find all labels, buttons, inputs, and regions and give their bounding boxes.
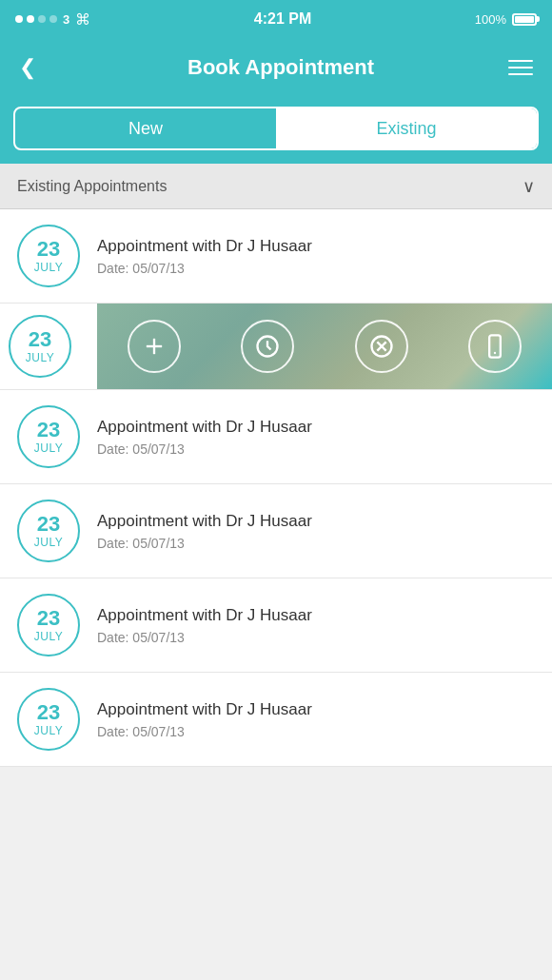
battery-percent: 100% bbox=[475, 12, 506, 27]
appointment-item[interactable]: 23 JULY Appointment with Dr J Husaar Dat… bbox=[0, 673, 552, 767]
appointment-item[interactable]: 23 JULY Appointment with Dr J Husaar Dat… bbox=[0, 578, 552, 673]
appointment-date: Date: 05/07/13 bbox=[97, 724, 535, 739]
dot-1 bbox=[15, 15, 23, 23]
date-day: 23 bbox=[37, 238, 60, 261]
battery-icon bbox=[512, 13, 537, 26]
status-bar: 3 ⌘ 4:21 PM 100% bbox=[0, 0, 552, 38]
appointment-info: Appointment with Dr J Husaar Date: 05/07… bbox=[97, 606, 535, 645]
section-header-label: Existing Appointments bbox=[17, 178, 167, 195]
appointment-item-swiped: 23 JULY bbox=[0, 304, 552, 390]
back-button[interactable]: ❮ bbox=[19, 55, 57, 80]
appointment-title: Appointment with Dr J Husaar bbox=[97, 606, 535, 625]
date-day: 23 bbox=[37, 701, 60, 724]
appointment-info: Appointment with Dr J Husaar Date: 05/07… bbox=[97, 512, 535, 551]
appointment-date: Date: 05/07/13 bbox=[97, 630, 535, 645]
date-day: 23 bbox=[37, 607, 60, 630]
svg-point-8 bbox=[494, 352, 496, 354]
date-day: 23 bbox=[29, 328, 51, 351]
menu-button[interactable] bbox=[504, 60, 533, 75]
date-badge: 23 JULY bbox=[17, 594, 80, 657]
dot-2 bbox=[27, 15, 34, 23]
appointment-title: Appointment with Dr J Husaar bbox=[97, 237, 535, 256]
status-left: 3 ⌘ bbox=[15, 10, 90, 29]
appointment-date: Date: 05/07/13 bbox=[97, 441, 535, 457]
menu-line-1 bbox=[508, 60, 533, 62]
date-badge: 23 JULY bbox=[17, 688, 80, 751]
tab-bar: New Existing bbox=[0, 97, 552, 164]
menu-line-3 bbox=[508, 73, 533, 75]
appointment-title: Appointment with Dr J Husaar bbox=[97, 418, 535, 437]
appointment-date: Date: 05/07/13 bbox=[97, 536, 535, 551]
appointment-title: Appointment with Dr J Husaar bbox=[97, 700, 535, 719]
date-badge: 23 JULY bbox=[9, 315, 71, 378]
appointment-date: Date: 05/07/13 bbox=[97, 261, 535, 276]
swiped-date-area: 23 JULY bbox=[0, 304, 97, 389]
section-header[interactable]: Existing Appointments ∨ bbox=[0, 164, 552, 209]
dot-3 bbox=[38, 15, 46, 23]
date-badge: 23 JULY bbox=[17, 500, 80, 562]
date-badge: 23 JULY bbox=[17, 225, 80, 287]
appointment-list: 23 JULY Appointment with Dr J Husaar Dat… bbox=[0, 209, 552, 767]
date-month: JULY bbox=[26, 351, 54, 364]
date-month: JULY bbox=[34, 536, 63, 549]
cancel-action-button[interactable] bbox=[355, 320, 408, 373]
wifi-icon: ⌘ bbox=[75, 10, 90, 29]
appointment-item[interactable]: 23 JULY Appointment with Dr J Husaar Dat… bbox=[0, 484, 552, 578]
swiped-row: 23 JULY bbox=[0, 304, 552, 389]
date-day: 23 bbox=[37, 419, 60, 441]
battery-fill bbox=[515, 16, 534, 23]
signal-dots bbox=[15, 15, 57, 23]
status-time: 4:21 PM bbox=[254, 10, 311, 28]
clock-action-button[interactable] bbox=[241, 320, 294, 373]
date-day: 23 bbox=[37, 513, 60, 536]
appointment-item[interactable]: 23 JULY Appointment with Dr J Husaar Dat… bbox=[0, 209, 552, 304]
page-title: Book Appointment bbox=[57, 55, 504, 80]
dot-4 bbox=[49, 15, 57, 23]
appointment-title: Appointment with Dr J Husaar bbox=[97, 512, 535, 531]
appointment-item[interactable]: 23 JULY Appointment with Dr J Husaar Dat… bbox=[0, 390, 552, 484]
tab-container: New Existing bbox=[13, 107, 539, 150]
date-badge: 23 JULY bbox=[17, 405, 80, 468]
signal-strength: 3 bbox=[63, 12, 69, 27]
appointment-info: Appointment with Dr J Husaar Date: 05/07… bbox=[97, 418, 535, 457]
chevron-down-icon: ∨ bbox=[522, 176, 535, 197]
tab-new[interactable]: New bbox=[15, 108, 276, 148]
date-month: JULY bbox=[34, 630, 63, 643]
header: ❮ Book Appointment bbox=[0, 38, 552, 97]
date-month: JULY bbox=[34, 261, 63, 274]
action-buttons bbox=[97, 304, 552, 389]
appointment-info: Appointment with Dr J Husaar Date: 05/07… bbox=[97, 237, 535, 276]
appointment-info: Appointment with Dr J Husaar Date: 05/07… bbox=[97, 700, 535, 739]
date-month: JULY bbox=[34, 724, 63, 737]
status-right: 100% bbox=[475, 12, 537, 27]
tab-existing[interactable]: Existing bbox=[276, 108, 537, 148]
phone-action-button[interactable] bbox=[468, 320, 522, 373]
date-month: JULY bbox=[34, 441, 63, 455]
menu-line-2 bbox=[508, 67, 533, 69]
add-action-button[interactable] bbox=[128, 320, 181, 373]
